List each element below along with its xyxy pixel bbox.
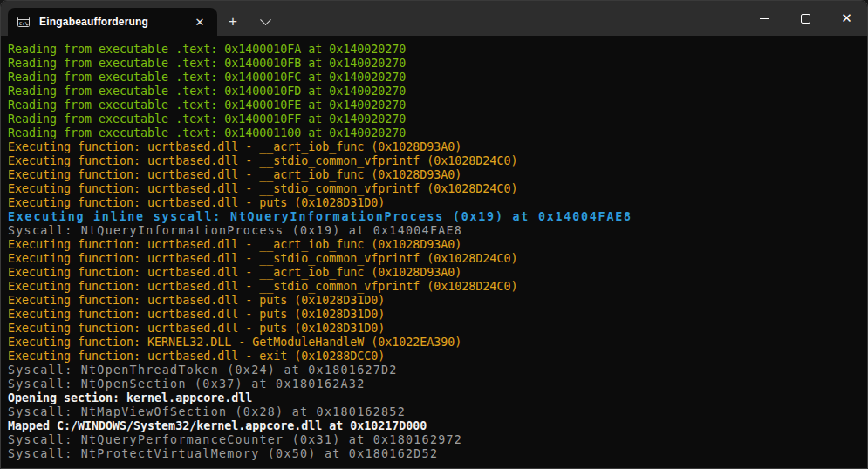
terminal-line: Syscall: NtQueryInformationProcess (0x19…: [8, 224, 867, 238]
terminal-line: Executing function: ucrtbased.dll - __ac…: [8, 168, 867, 182]
tab-dropdown-button[interactable]: [249, 8, 281, 36]
terminal-line: Reading from executable .text: 0x1400010…: [8, 85, 867, 99]
terminal-line: Reading from executable .text: 0x1400010…: [8, 57, 867, 71]
terminal-line: Executing function: ucrtbased.dll - exit…: [8, 350, 867, 364]
title-bar: C:\ Eingabeaufforderung ✕ + ✕: [1, 1, 867, 36]
terminal-line: Reading from executable .text: 0x1400010…: [8, 112, 867, 126]
terminal-line: Syscall: NtOpenSection (0x37) at 0x18016…: [8, 377, 867, 391]
close-button[interactable]: ✕: [826, 1, 867, 36]
maximize-button[interactable]: [785, 1, 826, 36]
chevron-down-icon: [260, 14, 271, 25]
cmd-window-icon: C:\: [17, 15, 31, 29]
tab-eingabeaufforderung[interactable]: C:\ Eingabeaufforderung ✕: [8, 8, 217, 36]
terminal-line: Executing function: KERNEL32.DLL - GetMo…: [8, 336, 867, 350]
minimize-button[interactable]: [744, 1, 785, 36]
tab-close-icon[interactable]: ✕: [189, 11, 210, 32]
terminal-line: Syscall: NtQueryPerformanceCounter (0x31…: [8, 433, 867, 447]
terminal-line: Syscall: NtMapViewOfSection (0x28) at 0x…: [8, 405, 867, 419]
terminal-line: Reading from executable .text: 0x1400010…: [8, 99, 867, 112]
terminal-line: Reading from executable .text: 0x1400010…: [8, 43, 867, 57]
terminal-line: Executing function: ucrtbased.dll - __ac…: [8, 140, 867, 154]
terminal-output[interactable]: Reading from executable .text: 0x1400010…: [1, 36, 867, 461]
terminal-line: Executing function: ucrtbased.dll - __st…: [8, 252, 867, 266]
terminal-line: Executing function: ucrtbased.dll - puts…: [8, 196, 867, 210]
titlebar-drag-region: [281, 1, 744, 36]
minimize-icon: [760, 18, 769, 19]
terminal-line: Executing function: ucrtbased.dll - puts…: [8, 322, 867, 336]
terminal-line: Executing function: ucrtbased.dll - __st…: [8, 154, 867, 168]
new-tab-button[interactable]: +: [217, 8, 249, 36]
terminal-line: Opening section: kernel.appcore.dll: [8, 391, 867, 405]
terminal-line: Mapped C:/WINDOWS/System32/kernel.appcor…: [8, 419, 867, 433]
svg-text:C:\: C:\: [19, 21, 28, 26]
terminal-line: Executing function: ucrtbased.dll - __st…: [8, 280, 867, 294]
terminal-line: Syscall: NtOpenThreadToken (0x24) at 0x1…: [8, 364, 867, 377]
terminal-line: Executing function: ucrtbased.dll - puts…: [8, 308, 867, 322]
terminal-line: Executing inline syscall: NtQueryInforma…: [8, 210, 867, 224]
terminal-line: Executing function: ucrtbased.dll - __st…: [8, 182, 867, 196]
terminal-line: Executing function: ucrtbased.dll - __ac…: [8, 238, 867, 252]
maximize-icon: [801, 14, 810, 24]
terminal-line: Syscall: NtProtectVirtualMemory (0x50) a…: [8, 447, 867, 461]
terminal-line: Reading from executable .text: 0x1400011…: [8, 126, 867, 140]
close-icon: ✕: [841, 12, 852, 25]
terminal-line: Executing function: ucrtbased.dll - __ac…: [8, 266, 867, 280]
terminal-line: Reading from executable .text: 0x1400010…: [8, 71, 867, 85]
terminal-line: Executing function: ucrtbased.dll - puts…: [8, 294, 867, 308]
terminal-window: C:\ Eingabeaufforderung ✕ + ✕ Readi: [0, 0, 868, 469]
window-controls: ✕: [744, 1, 867, 36]
tab-title: Eingabeaufforderung: [39, 16, 189, 28]
